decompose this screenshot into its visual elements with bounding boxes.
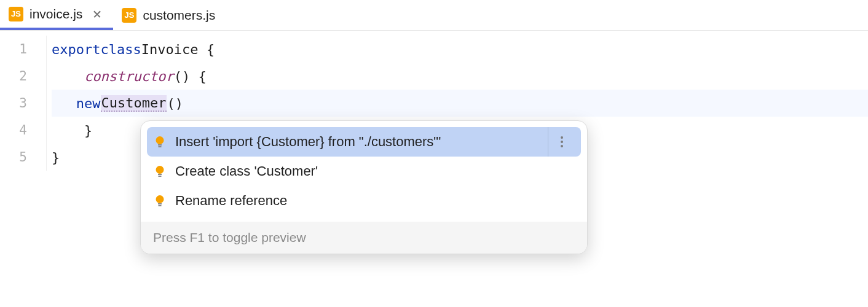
bulb-icon (153, 165, 167, 178)
svg-rect-8 (159, 205, 162, 206)
code-line: export class Invoice { (52, 36, 868, 63)
intention-item-create-class[interactable]: Create class 'Customer' (147, 157, 581, 186)
svg-point-6 (156, 195, 164, 203)
intention-label: Create class 'Customer' (175, 163, 575, 179)
unresolved-reference: Customer (101, 95, 167, 112)
svg-rect-5 (159, 176, 162, 177)
gutter: 1 2 3 4 5 (0, 36, 47, 171)
js-file-icon: JS (9, 7, 23, 21)
svg-point-0 (156, 136, 164, 144)
svg-point-3 (156, 166, 164, 174)
popup-hint-footer: Press F1 to toggle preview (141, 222, 587, 254)
tab-label: customers.js (143, 8, 215, 23)
editor-tabs: JS invoice.js JS customers.js (0, 0, 868, 31)
code-line: new Customer() (52, 90, 868, 117)
svg-rect-7 (158, 203, 162, 204)
tab-customers[interactable]: JS customers.js (113, 0, 226, 30)
tab-label: invoice.js (30, 7, 82, 21)
line-number: 2 (0, 63, 46, 90)
more-vertical-icon (561, 136, 563, 147)
js-file-icon: JS (122, 8, 136, 23)
line-number: 4 (0, 117, 46, 144)
intention-label: Rename reference (175, 193, 575, 209)
line-number: 3 (0, 90, 46, 117)
line-number: 1 (0, 36, 46, 63)
svg-rect-4 (158, 174, 162, 175)
close-icon[interactable] (92, 9, 102, 19)
intention-item-rename-reference[interactable]: Rename reference (147, 186, 581, 216)
code-line: constructor() { (52, 63, 868, 90)
bulb-icon (153, 194, 167, 208)
bulb-icon (153, 135, 167, 149)
intention-item-insert-import[interactable]: Insert 'import {Customer} from "./custom… (147, 127, 581, 157)
svg-rect-1 (158, 144, 162, 146)
intention-actions-popup: Insert 'import {Customer} from "./custom… (140, 120, 588, 254)
more-options-button[interactable] (548, 127, 575, 157)
tab-invoice[interactable]: JS invoice.js (0, 0, 113, 30)
svg-rect-2 (159, 146, 162, 147)
intention-label: Insert 'import {Customer} from "./custom… (175, 134, 539, 150)
intention-list: Insert 'import {Customer} from "./custom… (141, 121, 587, 222)
line-number: 5 (0, 144, 46, 171)
